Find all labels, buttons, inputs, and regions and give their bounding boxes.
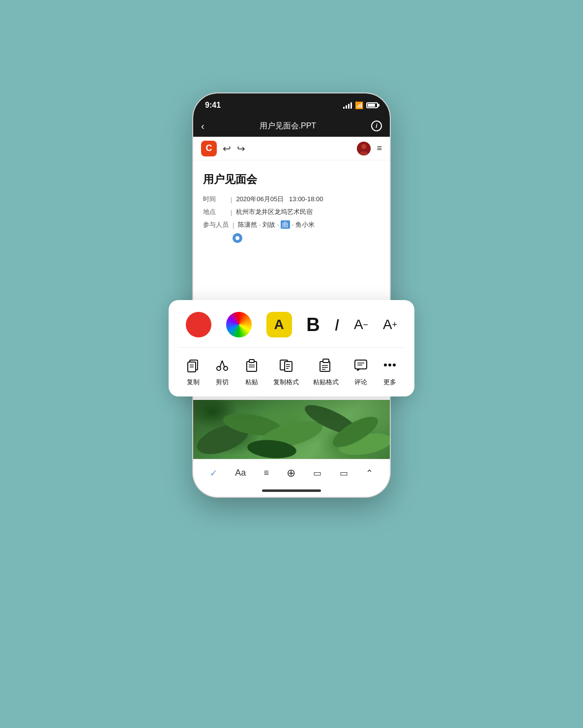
comment-icon [353,358,368,375]
font-decrease-button[interactable]: A− [354,317,368,333]
participants-label: 参与人员 [203,220,229,229]
status-bar: 9:41 📶 [193,93,390,115]
note-button[interactable]: ▭ [313,468,321,479]
app-logo: C [201,141,217,156]
insert-button[interactable]: ⊕ [287,467,295,480]
home-bar [262,489,321,492]
svg-rect-28 [323,359,329,363]
copy-icon [186,358,201,375]
back-button[interactable]: ‹ [201,121,204,132]
copy-format-icon [279,358,293,375]
align-button[interactable]: ≡ [264,468,269,478]
doc-location-row: 地点 | 杭州市龙井区龙坞艺术民宿 [203,208,380,216]
text-cursor [203,233,380,243]
cut-label: 剪切 [216,378,229,387]
editor-toolbar: C ↩ ↪ ≡ [193,137,390,160]
cut-action[interactable]: 剪切 [215,358,230,387]
status-time: 9:41 [205,101,221,110]
copy-format-label: 复制格式 [273,378,299,387]
cut-icon [215,358,230,375]
svg-rect-19 [249,360,254,363]
paste-icon [244,358,259,375]
time-label: 时间 [203,195,227,204]
menu-button[interactable]: ≡ [377,143,382,153]
redo-button[interactable]: ↪ [237,143,245,154]
svg-line-16 [220,361,222,367]
color-picker-button[interactable] [226,312,252,337]
scene-wrapper: 9:41 📶 ‹ 用户见面会.PPT [164,93,419,635]
italic-button[interactable]: I [335,315,339,334]
highlighted-text: 曲 [281,220,290,229]
paste-label: 粘贴 [245,378,258,387]
signal-icon [343,102,352,109]
confirm-button[interactable]: ✓ [210,468,217,479]
more-icon [382,358,397,375]
doc-time-row: 时间 | 2020年06月05日 13:00-18:00 [203,195,380,204]
document-image [193,400,390,459]
svg-point-1 [361,144,366,149]
copy-format-action[interactable]: 复制格式 [273,358,299,387]
copy-label: 复制 [187,378,200,387]
document-title-nav: 用户见面会.PPT [260,121,317,131]
font-color-button[interactable]: A [266,312,292,337]
wifi-icon: 📶 [355,101,363,109]
more-label: 更多 [383,378,396,387]
cursor-handle [233,233,242,243]
comment-action[interactable]: 评论 [353,358,368,387]
user-avatar [357,142,371,155]
time-value: 2020年06月05日 13:00-18:00 [236,195,323,204]
svg-line-17 [222,361,225,367]
status-icons: 📶 [343,101,378,109]
font-button[interactable]: Aa [235,468,246,478]
paste-action[interactable]: 粘贴 [244,358,259,387]
red-color-button[interactable] [186,312,211,337]
svg-point-36 [388,364,391,366]
font-increase-button[interactable]: A+ [383,317,397,333]
battery-icon [366,102,378,108]
svg-rect-32 [355,360,367,369]
actions-row: 复制 剪切 [178,358,405,387]
paste-format-icon [319,358,333,375]
expand-button[interactable]: ⌃ [366,468,373,479]
paste-format-label: 粘贴格式 [313,378,339,387]
location-label: 地点 [203,208,227,216]
copy-action[interactable]: 复制 [186,358,201,387]
undo-button[interactable]: ↩ [223,143,231,154]
table-button[interactable]: ▭ [340,468,348,479]
phone-frame: 9:41 📶 ‹ 用户见面会.PPT [193,93,390,497]
bottom-toolbar: ✓ Aa ≡ ⊕ ▭ ▭ ⌃ [193,459,390,486]
leaves-svg [193,400,390,459]
context-menu: A B I A− A+ [169,300,414,396]
formatting-row: A B I A− A+ [178,312,405,348]
bold-button[interactable]: B [306,315,320,334]
location-value: 杭州市龙井区龙坞艺术民宿 [236,208,313,216]
more-action[interactable]: 更多 [382,358,397,387]
doc-participants-row: 参与人员 | 陈潇然 · 刘故 · 曲 · 鱼小米 [203,220,380,229]
paste-format-action[interactable]: 粘贴格式 [313,358,339,387]
svg-point-37 [393,364,396,366]
svg-point-35 [384,364,387,366]
document-heading: 用户见面会 [203,172,380,187]
participants-value: 陈潇然 · 刘故 · 曲 · 鱼小米 [238,220,315,229]
info-button[interactable]: i [371,121,382,131]
nav-bar: ‹ 用户见面会.PPT i [193,115,390,137]
home-indicator [193,486,390,497]
comment-label: 评论 [354,378,367,387]
